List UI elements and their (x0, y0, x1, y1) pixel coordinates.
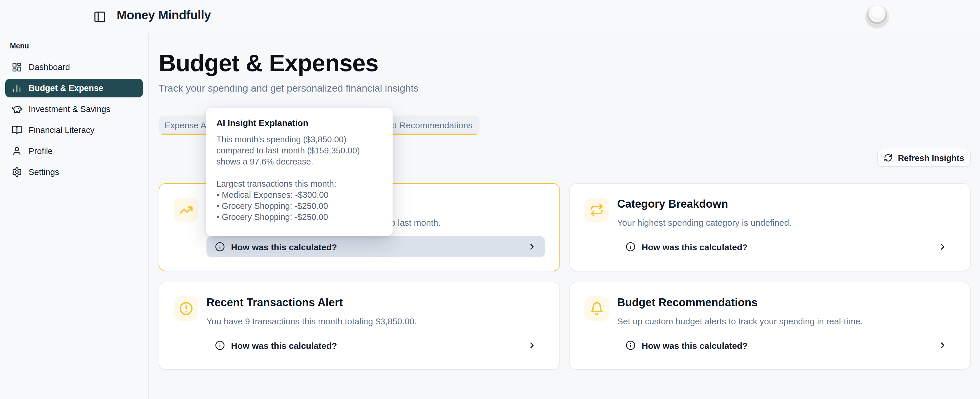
sidebar-item-label: Budget & Expense (29, 83, 103, 93)
sidebar: Menu Dashboard Budget & Expense Investme… (0, 33, 149, 399)
sidebar-item-profile[interactable]: Profile (5, 142, 143, 161)
sidebar-item-label: Dashboard (29, 62, 70, 72)
chevron-right-icon (527, 341, 537, 350)
sidebar-item-financial-literacy[interactable]: Financial Literacy (5, 121, 143, 140)
card-description: Your highest spending category is undefi… (617, 218, 956, 227)
sidebar-item-settings[interactable]: Settings (5, 163, 143, 181)
repeat-icon (584, 198, 609, 222)
how-calculated-label: How was this calculated? (642, 242, 932, 252)
info-icon (215, 242, 225, 252)
chevron-right-icon (938, 341, 947, 350)
sidebar-item-budget-expense[interactable]: Budget & Expense (5, 79, 143, 97)
refresh-insights-label: Refresh Insights (898, 153, 964, 162)
card-title: Recent Transactions Alert (207, 296, 343, 309)
app-window: Money Mindfully Menu Dashboard Budget & … (0, 0, 980, 399)
page-title: Budget & Expenses (159, 49, 378, 77)
app-title: Money Mindfully (117, 8, 211, 22)
bar-chart-icon (12, 83, 22, 93)
piggy-bank-icon (12, 104, 22, 114)
bell-icon (584, 296, 609, 321)
how-calculated-label: How was this calculated? (231, 242, 522, 252)
sidebar-nav: Dashboard Budget & Expense Investment & … (5, 58, 143, 181)
card-category-breakdown: Category Breakdown Your highest spending… (570, 183, 970, 271)
card-title: Budget Recommendations (617, 296, 757, 309)
trending-up-icon (174, 198, 198, 222)
refresh-icon (884, 153, 892, 162)
top-header: Money Mindfully (0, 0, 980, 33)
sidebar-toggle-icon[interactable] (93, 11, 106, 23)
info-icon (215, 340, 225, 351)
sidebar-item-investment-savings[interactable]: Investment & Savings (5, 100, 143, 118)
popover-title: AI Insight Explanation (216, 118, 382, 128)
user-icon (12, 146, 22, 156)
chevron-right-icon (938, 242, 947, 251)
card-budget-recommendations: Budget Recommendations Set up custom bud… (570, 282, 970, 370)
how-calculated-label: How was this calculated? (642, 340, 932, 350)
sidebar-item-label: Financial Literacy (29, 126, 94, 135)
how-calculated-button[interactable]: How was this calculated? (207, 335, 545, 356)
refresh-insights-button[interactable]: Refresh Insights (877, 149, 970, 167)
sidebar-item-label: Investment & Savings (29, 105, 111, 114)
card-title: Category Breakdown (617, 198, 728, 211)
info-icon (625, 340, 636, 351)
card-recent-transactions-alert: Recent Transactions Alert You have 9 tra… (159, 282, 560, 370)
card-description: You have 9 transactions this month total… (207, 316, 546, 326)
info-icon (625, 242, 636, 252)
card-description: Set up custom budget alerts to track you… (617, 316, 956, 326)
how-calculated-button[interactable]: How was this calculated? (617, 236, 956, 257)
dashboard-icon (12, 62, 22, 72)
user-avatar[interactable] (865, 5, 889, 29)
ai-insight-popover: AI Insight Explanation This month's spen… (206, 108, 393, 236)
sidebar-menu-label: Menu (10, 42, 29, 50)
gear-icon (12, 167, 22, 177)
sidebar-item-label: Profile (29, 146, 52, 156)
page-subtitle: Track your spending and get personalized… (159, 83, 418, 94)
how-calculated-button[interactable]: How was this calculated? (207, 236, 545, 257)
popover-body: This month's spending ($3,850.00) compar… (216, 134, 382, 223)
alert-circle-icon (174, 296, 198, 321)
how-calculated-button[interactable]: How was this calculated? (617, 335, 956, 356)
sidebar-item-label: Settings (29, 167, 59, 177)
book-open-icon (12, 125, 22, 135)
sidebar-item-dashboard[interactable]: Dashboard (5, 58, 143, 76)
how-calculated-label: How was this calculated? (231, 340, 522, 350)
chevron-right-icon (527, 242, 537, 251)
